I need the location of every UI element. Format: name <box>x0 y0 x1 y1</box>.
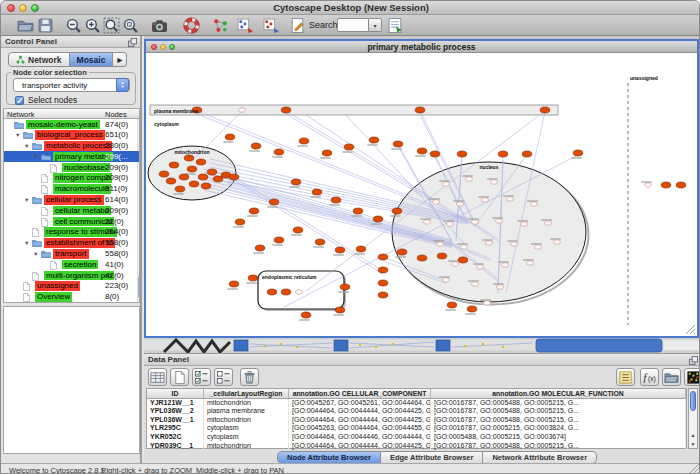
network-node[interactable] <box>196 159 206 165</box>
network-canvas[interactable]: plasma membranecytoplasmmitochondrionnuc… <box>146 53 697 336</box>
network-node[interactable] <box>540 107 550 113</box>
scale-nodes-red-button[interactable] <box>263 17 280 34</box>
tree-item-metabolic-process[interactable]: ▼metabolic process280(0) <box>4 141 139 152</box>
network-node[interactable] <box>189 181 199 187</box>
network-node[interactable] <box>676 182 686 188</box>
network-node[interactable] <box>281 107 291 113</box>
network-node[interactable] <box>501 263 508 268</box>
annotation-button[interactable] <box>289 17 306 34</box>
table-cell[interactable]: cytoplasm <box>204 424 289 433</box>
expand-triangle-icon[interactable]: ▼ <box>15 132 20 138</box>
network-node[interactable] <box>496 285 503 290</box>
expand-triangle-icon[interactable]: ▼ <box>24 197 29 203</box>
network-edge[interactable] <box>234 180 383 274</box>
table-cell[interactable]: [GO:0016787, GO:0005488, GO:0005215, G..… <box>431 442 686 451</box>
network-node[interactable] <box>301 312 311 318</box>
network-node[interactable] <box>378 292 388 298</box>
network-node[interactable] <box>229 174 239 180</box>
table-cell[interactable]: [GO:0016787, GO:0005215, GO:0003824, G..… <box>431 424 686 433</box>
network-node[interactable] <box>248 275 258 281</box>
network-node[interactable] <box>447 302 457 308</box>
table-scrollbar[interactable]: ▲ ▼ <box>688 388 698 449</box>
table-cell[interactable]: [GO:0044464, GO:0044444, GO:0044425, G..… <box>289 442 431 451</box>
table-cell[interactable]: mitochondrion <box>204 416 289 425</box>
table-cell[interactable]: YDR039C__1 <box>147 442 204 451</box>
network-node[interactable] <box>269 199 279 205</box>
network-node[interactable] <box>378 267 388 273</box>
save-session-button[interactable] <box>37 17 54 34</box>
network-node[interactable] <box>267 289 277 295</box>
network-node[interactable] <box>442 278 449 283</box>
network-node[interactable] <box>451 262 458 267</box>
network-node[interactable] <box>159 171 169 177</box>
network-node[interactable] <box>510 242 517 247</box>
network-node[interactable] <box>225 134 235 140</box>
zoom-in-button[interactable] <box>84 17 101 34</box>
select-attributes-button[interactable] <box>192 368 211 386</box>
network-node[interactable] <box>378 280 388 286</box>
table-cell[interactable]: [GO:0044464, GO:0044446, GO:0044444, G..… <box>289 433 431 442</box>
help-ring-button[interactable] <box>183 17 200 34</box>
table-cell[interactable]: mitochondrion <box>204 442 289 451</box>
network-node[interactable] <box>506 197 513 202</box>
table-cell[interactable]: plasma membrane <box>204 407 289 416</box>
network-node[interactable] <box>534 245 541 250</box>
table-cell[interactable]: YKR052C <box>147 433 204 442</box>
network-node[interactable] <box>295 290 302 295</box>
expand-triangle-icon[interactable]: ▼ <box>33 153 38 159</box>
network-node[interactable] <box>490 180 497 185</box>
network-node[interactable] <box>293 227 303 233</box>
network-node[interactable] <box>373 216 383 222</box>
network-node[interactable] <box>201 183 211 189</box>
attribute-matrix-button[interactable] <box>684 368 700 386</box>
table-cell[interactable]: YPL036W__1 <box>147 416 204 425</box>
zoom-fit-button[interactable] <box>103 17 120 34</box>
network-node[interactable] <box>485 241 492 246</box>
network-node[interactable] <box>436 242 443 247</box>
network-node[interactable] <box>457 151 467 157</box>
network-node[interactable] <box>207 169 217 175</box>
network-node[interactable] <box>166 178 176 184</box>
unselect-attributes-button[interactable] <box>214 368 233 386</box>
tree-item-overview[interactable]: Overview8(0) <box>4 292 139 303</box>
import-attributes-button[interactable] <box>662 368 681 386</box>
tree-item-biological-process[interactable]: ▼biological_process651(0) <box>4 130 139 141</box>
tree-item-unassigned[interactable]: unassigned223(0) <box>4 281 139 292</box>
network-node[interactable] <box>344 144 354 150</box>
network-node[interactable] <box>495 219 502 224</box>
tree-item-transport[interactable]: ▼transport558(0) <box>4 249 139 260</box>
network-node[interactable] <box>175 186 185 192</box>
column-header[interactable]: annotation.GO MOLECULAR_FUNCTION <box>431 389 686 399</box>
search-input[interactable] <box>337 18 369 32</box>
scrollbar-thumb[interactable] <box>690 391 696 411</box>
scroll-up-button[interactable]: ▲ <box>689 431 697 439</box>
network-view-window[interactable]: primary metabolic process plasma membran… <box>144 39 699 338</box>
tree-item-cellular-metabo[interactable]: cellular metabo209(0) <box>4 205 139 216</box>
tree-item-primary-metabo[interactable]: ▼primary metabo209(... <box>4 151 139 162</box>
select-nodes-checkbox[interactable]: ✓ <box>15 96 24 105</box>
network-node[interactable] <box>417 255 427 261</box>
network-node[interactable] <box>353 208 363 214</box>
table-cell[interactable]: [GO:0045267, GO:0045261, GO:0044464, G..… <box>289 399 431 408</box>
network-node[interactable] <box>465 177 472 182</box>
network-node[interactable] <box>255 245 265 251</box>
tree-item-multi-organism-pro[interactable]: multi-organism pro42(0) <box>4 270 139 281</box>
network-node[interactable] <box>291 179 301 185</box>
network-node[interactable] <box>437 253 447 259</box>
network-node[interactable] <box>573 150 583 156</box>
network-node[interactable] <box>481 198 488 203</box>
tree-item-cellular-process[interactable]: ▼cellular process614(0) <box>4 195 139 206</box>
network-node[interactable] <box>460 245 467 250</box>
tree-item-secretion[interactable]: secretion41(0) <box>4 259 139 270</box>
float-panel-icon[interactable] <box>689 356 698 365</box>
network-node[interactable] <box>281 289 291 295</box>
float-panel-icon[interactable] <box>128 38 137 47</box>
network-node[interactable] <box>315 239 325 245</box>
expand-triangle-icon[interactable]: ▼ <box>33 251 38 257</box>
network-node[interactable] <box>430 151 440 157</box>
network-node[interactable] <box>530 202 537 207</box>
tree-item-mosaic-demo-yeast[interactable]: mosaic-demo-yeast874(0) <box>4 119 139 130</box>
network-node[interactable] <box>446 222 453 227</box>
network-node[interactable] <box>432 200 439 205</box>
import-network-table-button[interactable] <box>387 17 404 34</box>
